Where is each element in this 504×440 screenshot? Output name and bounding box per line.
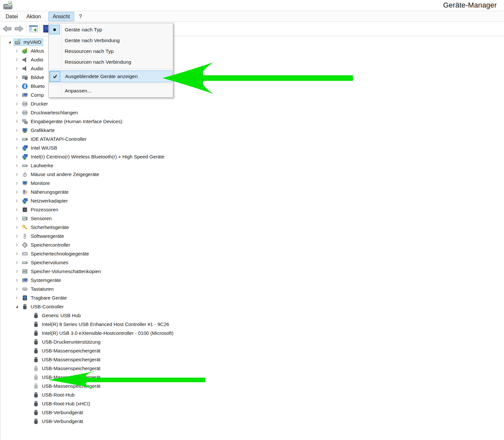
expander-collapsed-icon[interactable] (14, 234, 20, 239)
tree-row-usb-massenspeicherger-t[interactable]: USB-Massenspeichergerät (0, 364, 504, 373)
expander-collapsed-icon[interactable] (14, 57, 20, 62)
tree-row-usb-root-hub-xhci[interactable]: USB-Root-Hub (xHCI) (0, 399, 504, 408)
tree-row-ide-ata-atapi-controller[interactable]: IDE ATA/ATAPI-Controller (0, 135, 504, 143)
expander-collapsed-icon[interactable] (14, 48, 20, 54)
tree-row-drucker[interactable]: Drucker (0, 99, 504, 108)
console-tree-toggle-icon[interactable] (28, 24, 39, 33)
menu-item-anpassen[interactable]: Anpassen... (49, 85, 173, 96)
tree-row-intel-r-8-series-usb-enhanced-host-controller-1-9c26[interactable]: Intel(R) 8 Series USB Enhanced Host Cont… (0, 320, 504, 329)
tree-row-softwareger-te[interactable]: Softwaregeräte (0, 232, 504, 240)
expander-collapsed-icon[interactable] (14, 75, 20, 80)
tree-row-m-use-und-andere-zeigeger-te[interactable]: Mäuse und andere Zeigegeräte (0, 170, 504, 179)
tree-row-grafikkarte[interactable]: Grafikkarte (0, 126, 504, 135)
tree-row-usb-massenspeicherger-t[interactable]: USB-Massenspeichergerät (0, 382, 504, 390)
tree-row-sensoren[interactable]: Sensoren (0, 214, 504, 223)
back-arrow-icon[interactable] (2, 24, 12, 33)
menubar-item-ansicht[interactable]: Ansicht (48, 12, 74, 21)
tree-row-intel-r-usb-3-0-extensible-hostcontroller-0100-microsoft[interactable]: Intel(R) USB 3.0 eXtensible-Hostcontroll… (0, 329, 504, 337)
tree-item-label: Bildve (31, 74, 44, 80)
expander-collapsed-icon[interactable] (14, 207, 20, 212)
usb-icon (33, 357, 39, 363)
expander-collapsed-icon[interactable] (14, 101, 20, 106)
expander-collapsed-icon[interactable] (14, 145, 20, 151)
tree-item-label: Intel(r) Centrino(r) Wireless Bluetooth(… (31, 154, 164, 159)
forward-arrow-icon[interactable] (14, 24, 24, 33)
tree-row-eingabeger-te-human-interface-devices[interactable]: Eingabegeräte (Human Interface Devices) (0, 117, 504, 126)
title-bar: Geräte-Manager (0, 0, 504, 11)
window-left-border (0, 11, 0, 440)
tree-row-speichertechnologieger-te[interactable]: Speichertechnologiegeräte (0, 249, 504, 258)
expander-collapsed-icon[interactable] (14, 110, 20, 115)
expander-collapsed-icon[interactable] (14, 216, 20, 221)
tree-item-labelwrap: Comp (21, 91, 45, 99)
expander-collapsed-icon[interactable] (14, 172, 20, 177)
tree-row-tastaturen[interactable]: Tastaturen (0, 285, 504, 293)
expander-expanded-icon[interactable] (14, 304, 20, 309)
tree-row-generic-usb-hub[interactable]: Generic USB Hub (0, 311, 504, 320)
ide-icon (22, 136, 28, 142)
expander-collapsed-icon[interactable] (14, 181, 20, 186)
tree-row-usb-verbundger-t[interactable]: USB-Verbundgerät (0, 408, 504, 417)
menu-item-ressourcen-nach-typ[interactable]: Ressourcen nach Typ (49, 46, 173, 57)
expander-collapsed-icon[interactable] (14, 198, 20, 204)
tree-row-sicherheitsger-te[interactable]: Sicherheitsgeräte (0, 223, 504, 232)
menubar-item-[interactable]: ? (76, 12, 85, 21)
tree-row-usb-massenspeicherger-t[interactable]: USB-Massenspeichergerät (0, 346, 504, 355)
toolbar-separator (40, 24, 40, 33)
tree-row-speichervolumes[interactable]: Speichervolumes (0, 258, 504, 267)
tree-item-label: Audio (31, 57, 43, 62)
monitor-icon (22, 180, 28, 186)
tree-item-labelwrap: USB-Massenspeichergerät (32, 365, 102, 372)
expander-collapsed-icon[interactable] (14, 269, 20, 274)
tree-row-usb-root-hub[interactable]: USB-Root-Hub (0, 390, 504, 399)
menu-item-ger-te-nach-typ[interactable]: Geräte nach Typ (49, 24, 173, 35)
tree-item-label: Sicherheitsgeräte (31, 224, 69, 230)
expander-expanded-icon[interactable] (7, 40, 12, 45)
expander-collapsed-icon[interactable] (14, 260, 20, 265)
expander-collapsed-icon[interactable] (14, 278, 20, 283)
tree-item-label: Speichertechnologiegeräte (31, 251, 89, 256)
tree-row-prozessoren[interactable]: Prozessoren (0, 205, 504, 214)
tree-row-speichercontroller[interactable]: Speichercontroller (0, 240, 504, 249)
expander-collapsed-icon[interactable] (14, 66, 20, 71)
tree-row-intel-r-centrino-r-wireless-bluetooth-r-high-speed-ger-te[interactable]: Intel(r) Centrino(r) Wireless Bluetooth(… (0, 152, 504, 161)
tree-item-labelwrap: Softwaregeräte (21, 233, 66, 240)
tree-row-laufwerke[interactable]: Laufwerke (0, 161, 504, 170)
tree-row-usb-massenspeicherger-t[interactable]: USB-Massenspeichergerät (0, 355, 504, 364)
expander-collapsed-icon[interactable] (14, 154, 20, 159)
tree-row-n-herungsger-te[interactable]: Näherungsgeräte (0, 187, 504, 196)
device-manager-app-icon (3, 1, 14, 12)
tree-row-tragbare-ger-te[interactable]: Tragbare Geräte (0, 293, 504, 302)
tree-row-usb-druckerunterst-tzung[interactable]: USB-Druckerunterstützung (0, 337, 504, 346)
expander-collapsed-icon[interactable] (14, 242, 20, 248)
expander-collapsed-icon[interactable] (14, 251, 20, 256)
expander-collapsed-icon[interactable] (14, 137, 20, 142)
expander-collapsed-icon[interactable] (14, 225, 20, 230)
tree-row-monitore[interactable]: Monitore (0, 179, 504, 187)
tree-item-labelwrap: USB-Massenspeichergerät (32, 383, 102, 390)
tree-row-intel-wiusb[interactable]: Intel WiUSB (0, 143, 504, 152)
expander-collapsed-icon[interactable] (14, 163, 20, 168)
menu-item-ausgeblendete-ger-te-anzeigen[interactable]: Ausgeblendete Geräte anzeigen (49, 71, 172, 82)
tree-row-speicher-volumeschattenkopien[interactable]: Speicher-Volumeschattenkopien (0, 267, 504, 276)
tree-row-usb-verbundger-t[interactable]: USB-Verbundgerät (0, 417, 504, 426)
tree-row-druckwarteschlangen[interactable]: Druckwarteschlangen (0, 108, 504, 117)
tree-item-label: USB-Controller (31, 304, 64, 309)
expander-collapsed-icon[interactable] (14, 119, 20, 124)
tree-item-label: Druckwarteschlangen (31, 110, 78, 115)
expander-collapsed-icon[interactable] (14, 286, 20, 292)
menu-item-ressourcen-nach-verbindung[interactable]: Ressourcen nach Verbindung (49, 57, 173, 67)
menubar-item-aktion[interactable]: Aktion (24, 12, 44, 21)
menubar-item-datei[interactable]: Datei (3, 12, 20, 21)
expander-collapsed-icon[interactable] (14, 295, 20, 301)
tree-row-usb-massenspeicherger-t[interactable]: USB-Massenspeichergerät (0, 373, 504, 382)
tree-row-netzwerkadapter[interactable]: Netzwerkadapter (0, 196, 504, 205)
menu-item-ger-te-nach-verbindung[interactable]: Geräte nach Verbindung (49, 35, 173, 46)
expander-collapsed-icon[interactable] (14, 128, 20, 133)
expander-collapsed-icon[interactable] (14, 189, 20, 195)
expander-collapsed-icon[interactable] (14, 92, 20, 98)
tree-row-systemger-te[interactable]: Systemgeräte (0, 276, 504, 285)
tree-row-usb-controller[interactable]: USB-Controller (0, 302, 504, 311)
tree-item-label: Grafikkarte (31, 127, 55, 133)
expander-collapsed-icon[interactable] (14, 84, 20, 89)
